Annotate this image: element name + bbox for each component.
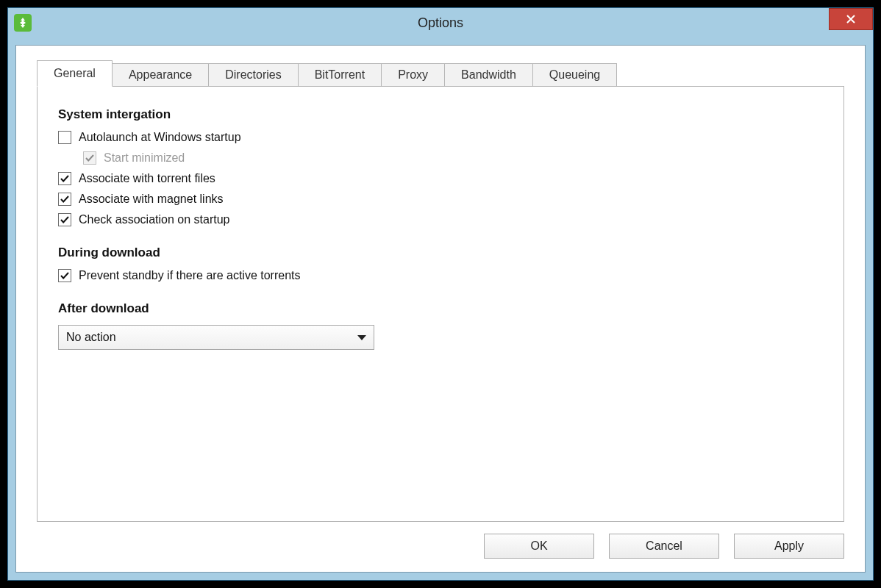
section-during-download: During download Prevent standby if there… <box>58 245 823 282</box>
tab-directories[interactable]: Directories <box>208 63 298 87</box>
dropdown-after-download-value: No action <box>66 331 116 344</box>
label-assoc-magnet: Associate with magnet links <box>79 193 224 206</box>
row-check-assoc: Check association on startup <box>58 213 823 226</box>
tab-bittorrent[interactable]: BitTorrent <box>298 63 382 87</box>
client-area: General Appearance Directories BitTorren… <box>15 45 866 573</box>
row-prevent-standby: Prevent standby if there are active torr… <box>58 269 823 282</box>
close-button[interactable] <box>829 8 873 30</box>
cancel-button[interactable]: Cancel <box>609 534 719 559</box>
dialog-buttons: OK Cancel Apply <box>37 534 844 559</box>
tab-general[interactable]: General <box>37 60 113 87</box>
check-icon <box>60 173 70 184</box>
app-icon <box>14 14 32 32</box>
tab-proxy[interactable]: Proxy <box>381 63 445 87</box>
row-autolaunch: Autolaunch at Windows startup <box>58 131 823 144</box>
section-after-download: After download No action <box>58 301 823 350</box>
section-title-after-download: After download <box>58 301 823 316</box>
checkbox-assoc-magnet[interactable] <box>58 193 71 206</box>
check-icon <box>60 194 70 204</box>
checkbox-start-minimized <box>83 151 96 165</box>
close-icon <box>846 14 856 24</box>
titlebar: Options <box>8 8 873 37</box>
label-start-minimized: Start minimized <box>104 151 185 165</box>
checkbox-autolaunch[interactable] <box>58 131 71 144</box>
label-assoc-torrent: Associate with torrent files <box>79 172 215 185</box>
options-window: Options General Appearance Directories B… <box>7 7 874 581</box>
row-assoc-magnet: Associate with magnet links <box>58 193 823 206</box>
apply-button[interactable]: Apply <box>734 534 844 559</box>
tabpanel-general: System intergation Autolaunch at Windows… <box>37 86 844 522</box>
ok-button[interactable]: OK <box>484 534 594 559</box>
checkbox-check-assoc[interactable] <box>58 213 71 226</box>
check-icon <box>60 270 70 281</box>
chevron-down-icon <box>357 335 366 340</box>
tab-queueing[interactable]: Queueing <box>532 63 617 87</box>
check-icon <box>85 153 95 163</box>
tabstrip: General Appearance Directories BitTorren… <box>37 60 844 87</box>
row-start-minimized: Start minimized <box>83 151 823 165</box>
row-assoc-torrent: Associate with torrent files <box>58 172 823 185</box>
label-autolaunch: Autolaunch at Windows startup <box>79 131 241 144</box>
label-check-assoc: Check association on startup <box>79 213 229 226</box>
checkbox-prevent-standby[interactable] <box>58 269 71 282</box>
tab-bandwidth[interactable]: Bandwidth <box>444 63 533 87</box>
check-icon <box>60 215 70 225</box>
window-title: Options <box>8 15 873 31</box>
section-title-during-download: During download <box>58 245 823 260</box>
label-prevent-standby: Prevent standby if there are active torr… <box>79 269 300 282</box>
section-title-system-integration: System intergation <box>58 107 823 122</box>
section-system-integration: System intergation Autolaunch at Windows… <box>58 107 823 226</box>
checkbox-assoc-torrent[interactable] <box>58 172 71 185</box>
tab-appearance[interactable]: Appearance <box>112 63 209 87</box>
dropdown-after-download[interactable]: No action <box>58 325 374 350</box>
